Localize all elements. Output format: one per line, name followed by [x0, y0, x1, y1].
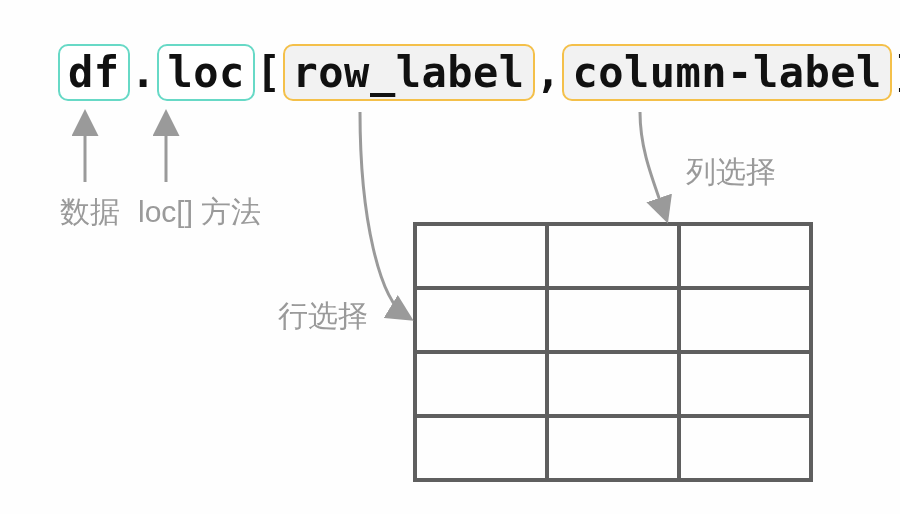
- token-df: df: [58, 44, 130, 101]
- arrow-row-select: [360, 112, 406, 316]
- table-row: [415, 224, 811, 288]
- token-lbracket: [: [255, 48, 283, 97]
- token-loc: loc: [157, 44, 254, 101]
- token-dot: .: [130, 48, 158, 97]
- label-loc-method: loc[] 方法: [138, 192, 261, 233]
- code-expression: df.loc[row_label,column-label]: [58, 44, 900, 101]
- table-row: [415, 416, 811, 480]
- label-data: 数据: [60, 192, 120, 233]
- label-col-select: 列选择: [686, 152, 776, 193]
- token-column-label: column-label: [562, 44, 891, 101]
- table-row: [415, 288, 811, 352]
- data-grid: [413, 222, 813, 482]
- token-comma: ,: [535, 48, 563, 97]
- label-row-select: 行选择: [278, 296, 368, 337]
- table-row: [415, 352, 811, 416]
- token-row-label: row_label: [283, 44, 535, 101]
- arrow-col-select: [640, 112, 665, 215]
- token-rbracket: ]: [892, 48, 900, 97]
